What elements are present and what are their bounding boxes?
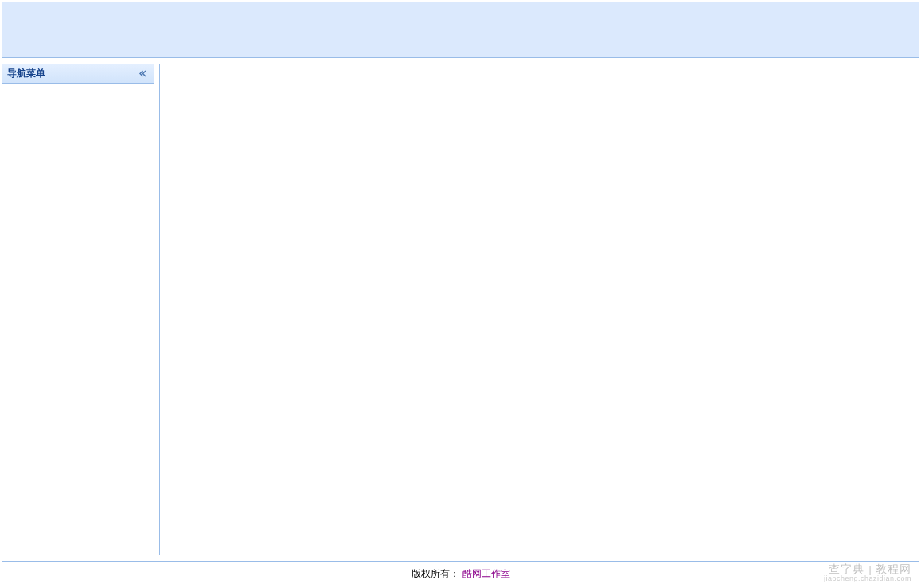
footer-link[interactable]: 酷网工作室 [462, 567, 510, 581]
sidebar-panel: 导航菜单 [2, 64, 154, 555]
sidebar-title: 导航菜单 [7, 67, 45, 80]
copyright-label: 版权所有： [412, 567, 459, 581]
header-region [2, 2, 919, 58]
main-content-region [159, 64, 919, 555]
collapse-left-icon[interactable] [137, 68, 149, 80]
sidebar-header: 导航菜单 [2, 64, 154, 84]
sidebar-body [2, 84, 154, 555]
footer-region: 版权所有： 酷网工作室 [2, 561, 919, 586]
